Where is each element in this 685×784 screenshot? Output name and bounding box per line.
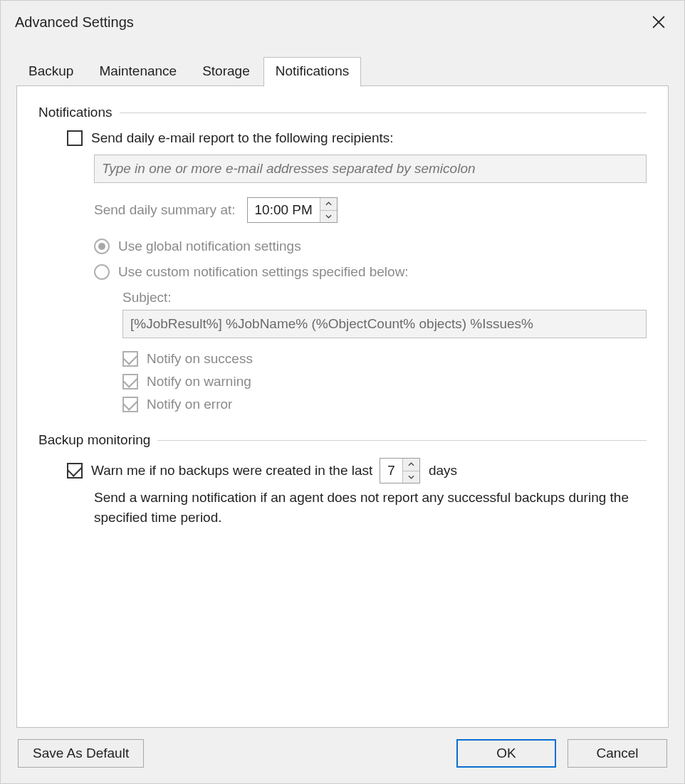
checkbox-notify-success[interactable] [122, 351, 138, 367]
divider [120, 113, 647, 113]
close-icon [652, 16, 665, 28]
row-radio-custom: Use custom notification settings specifi… [38, 264, 647, 280]
label-warn-post: days [429, 463, 457, 479]
warn-description: Send a warning notification if an agent … [38, 488, 647, 527]
chevron-up-icon [325, 202, 332, 206]
tab-notifications[interactable]: Notifications [263, 57, 362, 87]
chevron-up-icon [408, 462, 414, 466]
spinner-buttons [320, 198, 337, 222]
tab-storage[interactable]: Storage [190, 57, 262, 86]
spinner-buttons [402, 459, 419, 483]
close-button[interactable] [646, 9, 671, 35]
label-radio-custom: Use custom notification settings specifi… [118, 264, 409, 280]
spinner-summary-time-value[interactable]: 10:00 PM [248, 198, 320, 222]
input-recipients[interactable] [94, 155, 647, 183]
row-summary-time: Send daily summary at: 10:00 PM [38, 197, 647, 223]
divider [157, 440, 647, 441]
spinner-up-button[interactable] [403, 459, 419, 471]
window-title: Advanced Settings [15, 14, 134, 31]
checkbox-warn-no-backups[interactable] [67, 463, 83, 479]
checkbox-notify-warning[interactable] [122, 374, 138, 390]
checkbox-send-daily[interactable] [67, 130, 83, 146]
label-warn-pre: Warn me if no backups were created in th… [91, 463, 372, 479]
row-subject-input [38, 310, 647, 338]
cancel-button[interactable]: Cancel [568, 739, 667, 768]
tab-maintenance[interactable]: Maintenance [87, 57, 189, 86]
input-subject[interactable] [122, 310, 647, 338]
spinner-down-button[interactable] [320, 211, 337, 223]
row-notify-error: Notify on error [38, 397, 647, 412]
spinner-down-button[interactable] [403, 471, 419, 484]
chevron-down-icon [325, 214, 332, 219]
row-subject-label: Subject: [38, 290, 647, 305]
radio-global-settings[interactable] [94, 239, 110, 254]
tab-content-notifications: Notifications Send daily e-mail report t… [16, 85, 669, 728]
tab-row: Backup Maintenance Storage Notifications [16, 56, 669, 86]
titlebar: Advanced Settings [1, 1, 684, 41]
ok-button[interactable]: OK [456, 739, 556, 768]
advanced-settings-dialog: Advanced Settings Backup Maintenance Sto… [0, 0, 685, 784]
group-monitoring-legend: Backup monitoring [38, 432, 647, 448]
label-notify-error: Notify on error [147, 397, 232, 412]
chevron-down-icon [408, 475, 414, 479]
checkbox-notify-error[interactable] [122, 397, 138, 412]
spinner-summary-time[interactable]: 10:00 PM [247, 197, 338, 223]
row-notify-warning: Notify on warning [38, 374, 647, 390]
row-radio-global: Use global notification settings [38, 239, 647, 254]
group-notifications-label: Notifications [38, 105, 113, 120]
spinner-warn-days-value[interactable]: 7 [380, 459, 402, 483]
label-subject: Subject: [122, 290, 647, 305]
button-bar: Save As Default OK Cancel [1, 728, 684, 783]
spinner-warn-days[interactable]: 7 [380, 458, 420, 484]
label-send-daily: Send daily e-mail report to the followin… [91, 130, 394, 146]
row-recipients [38, 155, 647, 183]
spinner-up-button[interactable] [320, 198, 337, 211]
label-summary-time: Send daily summary at: [94, 202, 236, 218]
row-warn: Warn me if no backups were created in th… [38, 458, 647, 484]
group-monitoring-label: Backup monitoring [38, 432, 150, 448]
tab-backup[interactable]: Backup [16, 57, 85, 86]
label-notify-warning: Notify on warning [147, 374, 251, 390]
tabs-container: Backup Maintenance Storage Notifications… [1, 41, 684, 728]
row-notify-success: Notify on success [38, 351, 647, 367]
radio-custom-settings[interactable] [94, 264, 110, 280]
group-notifications-legend: Notifications [38, 105, 647, 120]
label-radio-global: Use global notification settings [118, 239, 301, 254]
row-send-daily: Send daily e-mail report to the followin… [38, 130, 647, 146]
save-as-default-button[interactable]: Save As Default [18, 739, 144, 768]
label-notify-success: Notify on success [147, 351, 253, 367]
